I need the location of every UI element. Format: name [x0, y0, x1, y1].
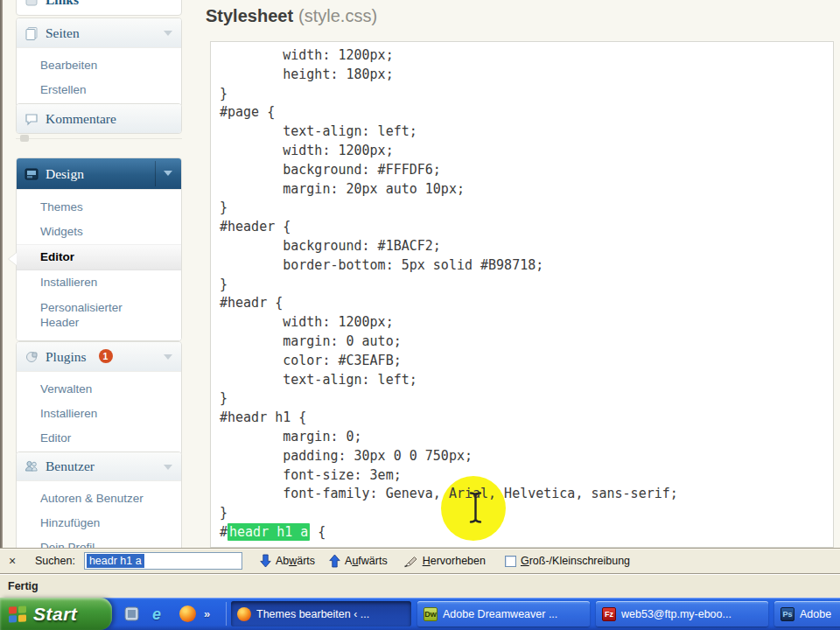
sidebar-section-kommentare[interactable]: Kommentare [17, 104, 181, 133]
chevron-down-icon[interactable] [164, 354, 172, 360]
highlighter-pen-icon [403, 555, 418, 568]
sidebar-section-plugins[interactable]: Plugins 1 [17, 342, 181, 371]
admin-sidebar: Links Seiten Bearbeiten Erstellen Kommen… [3, 0, 202, 548]
users-icon [24, 459, 38, 473]
sidebar-item-hinzufuegen[interactable]: Hinzufügen [17, 511, 181, 536]
find-prev-button[interactable]: Aufwärts [329, 554, 388, 568]
firefox-icon[interactable] [179, 606, 196, 622]
windows-logo-icon [8, 604, 27, 625]
sidebar-item-autoren-benutzer[interactable]: Autoren & Benutzer [17, 486, 181, 511]
plugins-icon [24, 350, 38, 364]
code-line: background: #FFFDF6; [220, 161, 833, 180]
taskbar-button-themes-bearbeiten[interactable]: Themes bearbeiten ‹ ... [231, 601, 411, 626]
code-line: #header { [220, 218, 833, 237]
find-query-selected-text: headr h1 a [87, 554, 144, 568]
internet-explorer-icon[interactable]: e [152, 606, 169, 622]
code-line: margin: 20px auto 10px; [220, 180, 833, 200]
code-line: width: 1200px; [220, 313, 833, 332]
code-line: padding: 30px 0 0 750px; [220, 447, 833, 466]
header-separator [155, 161, 156, 186]
find-match-highlight: headr h1 a [228, 523, 310, 541]
filezilla-icon: Fz [602, 607, 616, 621]
plugins-count-badge: 1 [99, 349, 113, 363]
code-line: width: 1200px; [220, 46, 833, 66]
close-icon[interactable]: × [9, 554, 23, 568]
sidebar-section-links[interactable]: Links [16, 0, 182, 16]
code-line: text-align: left; [220, 122, 833, 142]
match-case-checkbox[interactable] [505, 556, 516, 567]
taskbar-button-label: Themes bearbeiten ‹ ... [256, 608, 369, 620]
comment-bubble-icon [24, 112, 38, 126]
start-button[interactable]: Start [0, 598, 112, 630]
sidebar-item-plugins-installieren[interactable]: Installieren [17, 402, 181, 426]
sidebar-item-bearbeiten[interactable]: Bearbeiten [17, 53, 181, 78]
code-line: border-bottom: 5px solid #B98718; [220, 256, 833, 276]
code-line: margin: 0; [220, 428, 833, 447]
code-line: #headr h1 a { [220, 523, 833, 542]
quick-launch-bar: e » [116, 598, 210, 630]
code-line: #page { [220, 103, 833, 122]
code-line: height: 180px; [220, 66, 833, 85]
quick-launch-app-icon[interactable] [123, 606, 140, 622]
code-line: #headr { [220, 294, 833, 313]
text-cursor-ibeam [468, 491, 483, 524]
highlight-all-button[interactable]: Hervorheben [403, 555, 486, 568]
sidebar-section-benutzer[interactable]: Benutzer [17, 452, 181, 480]
photoshop-icon: Ps [780, 607, 794, 621]
plugins-submenu: Verwalten Installieren Editor [17, 371, 181, 455]
code-block[interactable]: width: 1200px; height: 180px;}#page { te… [220, 46, 833, 542]
sidebar-item-verwalten[interactable]: Verwalten [17, 377, 181, 402]
taskbar-button-filezilla[interactable]: Fz web53@ftp.my-eboo... [596, 601, 768, 626]
quick-launch-overflow-chevron[interactable]: » [204, 607, 210, 620]
sidebar-section-seiten[interactable]: Seiten [17, 18, 181, 47]
taskbar-button-photoshop[interactable]: Ps Adobe [774, 601, 840, 626]
sidebar-item-installieren[interactable]: Installieren [17, 270, 181, 295]
links-icon [24, 0, 38, 7]
code-editor-textarea[interactable]: width: 1200px; height: 180px;}#page { te… [210, 41, 834, 548]
taskbar-button-dreamweaver[interactable]: Dw Adobe Dreamweaver ... [417, 601, 590, 626]
seiten-submenu: Bearbeiten Erstellen [17, 47, 181, 107]
taskbar-button-label: Adobe Dreamweaver ... [443, 608, 557, 620]
sidebar-item-widgets[interactable]: Widgets [17, 220, 181, 244]
sidebar-section-design[interactable]: Design [17, 158, 181, 189]
sidebar-item-editor-active[interactable]: Editor [17, 244, 181, 270]
firefox-icon [237, 607, 251, 621]
sidebar-section-seiten-box: Seiten Bearbeiten Erstellen [16, 18, 182, 108]
taskbar-separator [226, 602, 227, 626]
sidebar-item-themes[interactable]: Themes [17, 195, 181, 220]
sidebar-section-label: Links [46, 0, 79, 8]
dreamweaver-icon: Dw [424, 607, 438, 621]
code-line: margin: 0 auto; [220, 332, 833, 352]
highlight-all-label: Hervorheben [423, 555, 486, 567]
find-input[interactable]: headr h1 a [84, 552, 242, 570]
sidebar-item-plugins-editor[interactable]: Editor [17, 426, 181, 451]
page-title-main: Stylesheet [206, 6, 293, 25]
find-prev-label: Aufwärts [345, 555, 388, 567]
code-line: text-align: left; [220, 371, 833, 390]
code-line: width: 1200px; [220, 142, 833, 161]
match-case-label: Groß-/Kleinschreibung [521, 555, 630, 567]
sidebar-section-kommentare-box: Kommentare [16, 103, 182, 134]
sidebar-section-label: Benutzer [46, 458, 94, 474]
sidebar-section-design-box: Design Themes Widgets Editor Installiere… [16, 158, 182, 341]
arrow-up-icon [329, 554, 340, 568]
chevron-down-icon[interactable] [164, 171, 172, 176]
code-line: } [220, 504, 833, 523]
find-next-button[interactable]: Abwärts [260, 554, 315, 568]
find-next-label: Abwärts [276, 555, 315, 567]
browser-status-bar: Fertig [0, 573, 840, 598]
chevron-down-icon[interactable] [164, 465, 172, 470]
start-label: Start [33, 604, 77, 625]
sidebar-divider [16, 138, 182, 139]
sidebar-collapse-handle[interactable] [20, 135, 29, 142]
sidebar-item-personalisierter-header[interactable]: Personalisierter Header [17, 295, 155, 336]
arrow-down-icon [260, 554, 271, 568]
find-label: Suchen: [35, 555, 75, 567]
sidebar-item-erstellen[interactable]: Erstellen [17, 78, 181, 102]
match-case-option[interactable]: Groß-/Kleinschreibung [505, 555, 630, 567]
windows-taskbar: Start e » Themes bearbeiten ‹ ... Dw Ado… [0, 598, 840, 630]
code-line: font-size: 3em; [220, 466, 833, 486]
taskbar-button-label: Adobe [800, 608, 831, 620]
code-line: } [220, 85, 833, 104]
chevron-down-icon[interactable] [164, 31, 172, 36]
